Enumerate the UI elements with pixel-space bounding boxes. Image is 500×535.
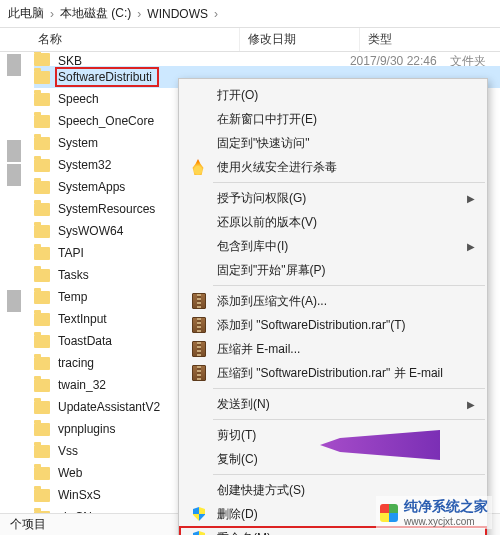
menu-separator [213,419,485,420]
menu-send-to[interactable]: 发送到(N)▶ [179,392,487,416]
menu-separator [213,474,485,475]
folder-icon [34,137,50,150]
file-name: TAPI [58,246,84,260]
folder-icon [34,423,50,436]
folder-icon [34,357,50,370]
menu-add-rar[interactable]: 添加到 "SoftwareDistribution.rar"(T) [179,313,487,337]
folder-icon [34,159,50,172]
menu-open-new-window[interactable]: 在新窗口中打开(E) [179,107,487,131]
file-date: 2017/9/30 22:46 文件夹 [350,53,486,66]
menu-separator [213,388,485,389]
folder-icon [34,203,50,216]
menu-include-library[interactable]: 包含到库中(I)▶ [179,234,487,258]
menu-separator [213,182,485,183]
list-item[interactable]: SKB 2017/9/30 22:46 文件夹 [34,52,500,66]
folder-icon [34,115,50,128]
menu-huorong-scan[interactable]: 使用火绒安全进行杀毒 [179,155,487,179]
file-name: Vss [58,444,78,458]
file-name: SKB [58,54,82,66]
file-name: Speech [58,92,99,106]
file-name: WinSxS [58,488,101,502]
file-name: Temp [58,290,87,304]
breadcrumb[interactable]: 此电脑 › 本地磁盘 (C:) › WINDOWS › [0,0,500,28]
status-text: 个项目 [10,516,46,533]
chevron-right-icon: › [137,7,141,21]
file-name: System32 [58,158,111,172]
column-headers: 名称 修改日期 类型 [0,28,500,52]
menu-compress-rar-email[interactable]: 压缩到 "SoftwareDistribution.rar" 并 E-mail [179,361,487,385]
file-name: SoftwareDistributi [58,70,156,84]
context-menu: 打开(O) 在新窗口中打开(E) 固定到"快速访问" 使用火绒安全进行杀毒 授予… [178,78,488,535]
file-name: System [58,136,98,150]
file-name: SysWOW64 [58,224,123,238]
shield-icon [191,506,207,522]
folder-icon [34,379,50,392]
file-name: SystemResources [58,202,155,216]
chevron-right-icon: ▶ [467,241,475,252]
folder-icon [34,71,50,84]
menu-open[interactable]: 打开(O) [179,83,487,107]
folder-icon [34,291,50,304]
folder-icon [34,269,50,282]
file-name: vpnplugins [58,422,115,436]
column-date[interactable]: 修改日期 [240,28,360,51]
file-name: tracing [58,356,94,370]
column-name[interactable]: 名称 [0,28,240,51]
file-name: SystemApps [58,180,125,194]
file-name: ToastData [58,334,112,348]
folder-icon [34,467,50,480]
breadcrumb-seg[interactable]: 此电脑 [8,5,44,22]
fire-icon [191,159,207,175]
file-name: Speech_OneCore [58,114,154,128]
folder-icon [34,335,50,348]
file-name: twain_32 [58,378,106,392]
folder-icon [34,445,50,458]
folder-icon [34,53,50,66]
file-name: Tasks [58,268,89,282]
folder-icon [34,489,50,502]
menu-pin-quick-access[interactable]: 固定到"快速访问" [179,131,487,155]
menu-separator [213,285,485,286]
column-type[interactable]: 类型 [360,28,500,51]
folder-icon [34,247,50,260]
chevron-right-icon: ▶ [467,193,475,204]
breadcrumb-seg[interactable]: WINDOWS [147,7,208,21]
watermark-url: www.xycjxt.com [404,516,488,527]
archive-icon [191,341,207,357]
file-name: Web [58,466,82,480]
file-name: UpdateAssistantV2 [58,400,160,414]
archive-icon [191,317,207,333]
chevron-right-icon: › [214,7,218,21]
menu-add-archive[interactable]: 添加到压缩文件(A)... [179,289,487,313]
folder-icon [34,93,50,106]
folder-icon [34,401,50,414]
menu-restore-versions[interactable]: 还原以前的版本(V) [179,210,487,234]
menu-copy[interactable]: 复制(C) [179,447,487,471]
logo-icon [380,504,398,522]
menu-cut[interactable]: 剪切(T) [179,423,487,447]
chevron-right-icon: ▶ [467,399,475,410]
chevron-right-icon: › [50,7,54,21]
shield-icon [191,530,207,535]
file-name: TextInput [58,312,107,326]
menu-compress-email[interactable]: 压缩并 E-mail... [179,337,487,361]
folder-icon [34,181,50,194]
menu-pin-start[interactable]: 固定到"开始"屏幕(P) [179,258,487,282]
breadcrumb-seg[interactable]: 本地磁盘 (C:) [60,5,131,22]
archive-icon [191,365,207,381]
folder-icon [34,313,50,326]
watermark-title: 纯净系统之家 [404,498,488,514]
watermark: 纯净系统之家 www.xycjxt.com [376,496,492,529]
archive-icon [191,293,207,309]
folder-icon [34,225,50,238]
menu-grant-access[interactable]: 授予访问权限(G)▶ [179,186,487,210]
